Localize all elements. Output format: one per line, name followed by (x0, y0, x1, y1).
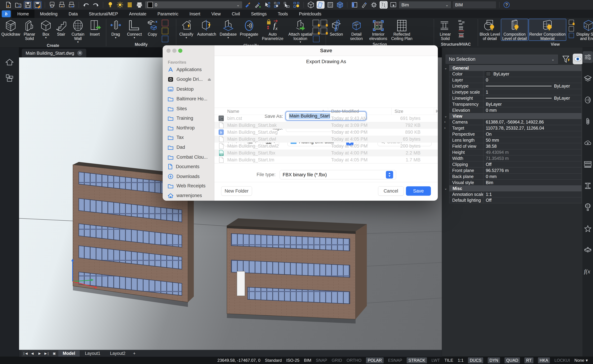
status-style[interactable]: Standard (265, 358, 282, 363)
toggle-ducs[interactable]: DUCS (468, 358, 483, 363)
tab-layout1[interactable]: Layout1 (80, 350, 105, 357)
swap-arrows-icon[interactable] (380, 1, 388, 9)
sidebar-item-downloads[interactable]: Downloads (168, 174, 211, 179)
status-dim-style[interactable]: ISO-25 (286, 358, 300, 363)
undo-icon[interactable] (82, 1, 90, 9)
section-view[interactable]: ⌄View (449, 113, 582, 119)
sidebar-item-baltimore[interactable]: Baltimore Ho... (168, 96, 211, 102)
save-button[interactable]: Save (406, 186, 431, 196)
match-properties-icon[interactable] (244, 1, 252, 9)
toggle-lwt[interactable]: LWT (431, 358, 440, 363)
tab-pointclouds[interactable]: Pointclouds (293, 10, 327, 18)
sidebar-item-dad[interactable]: Dad (168, 145, 211, 150)
file-row[interactable]: Main Building_Start.dwl Today at 4:05 PM… (214, 136, 438, 143)
propagate-panel-icon[interactable] (583, 94, 593, 106)
column-date-modified[interactable]: Date Modified (331, 109, 359, 114)
select-window-icon[interactable] (273, 1, 281, 9)
wireframe-cube-icon[interactable] (307, 1, 315, 9)
sort-ascending-icon[interactable]: ⌃ (322, 109, 325, 113)
next-layout-icon[interactable]: ▶ (36, 351, 43, 356)
document-tab[interactable]: Main Building_Start.dwg ✕ (22, 49, 86, 58)
sidebar-item-desktop[interactable]: Desktop (168, 86, 211, 92)
parameters-panel-icon[interactable]: f(x (583, 266, 593, 278)
compositions-panel-icon[interactable] (583, 158, 593, 170)
select-icon[interactable] (263, 1, 271, 9)
attachments-panel-icon[interactable] (583, 116, 593, 127)
status-workspace[interactable]: BIM (304, 358, 311, 363)
toggle-rt[interactable]: RT (524, 358, 533, 363)
ribbon-item-detail-section[interactable]: Detail section (346, 19, 367, 41)
ribbon-item-curtain-wall[interactable]: Curtain Wall ▾ (69, 19, 87, 43)
profiles-panel-icon[interactable] (583, 180, 593, 192)
shaded-cube-icon[interactable] (336, 1, 344, 9)
ribbon-item-automatch[interactable]: Automatch (195, 19, 218, 37)
select-crossing-icon[interactable] (283, 1, 291, 9)
render-panel-icon[interactable] (583, 201, 593, 213)
ribbon-item-insert[interactable]: Insert (87, 19, 102, 37)
hatched-cube-icon[interactable] (326, 1, 334, 9)
file-type-stepper[interactable] (386, 171, 393, 179)
ribbon-item-stair[interactable]: Stair (54, 19, 69, 37)
close-window-button[interactable] (167, 49, 171, 53)
select-lasso-icon[interactable] (292, 1, 300, 9)
zoom-window-button[interactable] (178, 49, 182, 53)
ribbon-item-attach-spatial-location[interactable]: Attach spatial location ▾ (286, 19, 315, 43)
sidebar-item-web-receipts[interactable]: Web Receipts (168, 183, 211, 188)
tab-data[interactable]: Data (63, 10, 83, 18)
minimize-window-button[interactable] (172, 49, 176, 53)
tab-modeling[interactable]: Modeling (34, 10, 63, 18)
cancel-button[interactable]: Cancel (378, 186, 404, 196)
expand-icon[interactable]: › (444, 120, 446, 124)
toggle-tile[interactable]: TILE (444, 358, 453, 363)
section-general[interactable]: ⌄General (449, 65, 582, 71)
tab-model[interactable]: Model (58, 350, 80, 357)
section-plane-icon[interactable] (317, 1, 325, 9)
expand-icon[interactable]: › (444, 126, 446, 130)
tab-civil[interactable]: Civil (226, 10, 245, 18)
modify-extra-tools[interactable] (160, 19, 170, 42)
monitor-cursor-icon[interactable] (389, 1, 397, 9)
structure-extra-tools[interactable] (456, 19, 467, 38)
pencil-icon[interactable] (360, 1, 368, 9)
settings-gear-icon[interactable] (370, 1, 378, 9)
tab-structural-mep[interactable]: Structural/MEP (83, 10, 123, 18)
toggle-snap[interactable]: SNAP (316, 358, 327, 363)
ribbon-item-copy[interactable]: Copy (145, 19, 160, 37)
last-layout-icon[interactable]: ▶❘ (44, 351, 50, 356)
sidebar-item-applications[interactable]: Applications (168, 67, 211, 72)
properties-panel-icon[interactable] (583, 51, 593, 63)
tab-parametric[interactable]: Parametric (152, 10, 184, 18)
filter-icon[interactable] (562, 55, 571, 63)
classify-extra-tools[interactable] (315, 19, 325, 42)
save-as-icon[interactable] (33, 1, 41, 9)
tab-insert[interactable]: Insert (184, 10, 206, 18)
file-type-dropdown[interactable]: FBX binary file (*.fbx) (280, 170, 396, 179)
toggle-grid[interactable]: GRID (332, 358, 342, 363)
home-icon[interactable] (6, 58, 13, 66)
tab-tools[interactable]: Tools (272, 10, 293, 18)
file-row[interactable]: CST bim.cst Today at 9:43 AM 691 bytes (214, 115, 438, 122)
tab-settings[interactable]: Settings (246, 10, 272, 18)
column-size[interactable]: Size (394, 109, 403, 114)
ribbon-item-section[interactable]: Section (327, 19, 346, 37)
panels-icon[interactable] (351, 1, 359, 9)
toggle-esnap[interactable]: ESNAP (388, 358, 402, 363)
open-drawing-icon[interactable] (14, 1, 22, 9)
visibility-eye-button[interactable] (573, 54, 583, 64)
close-icon[interactable]: ✕ (77, 51, 82, 56)
selection-mode-menu[interactable]: None▾ (574, 358, 588, 363)
structure-browser-icon[interactable] (6, 74, 13, 82)
sidebar-item-tax[interactable]: Tax (168, 135, 211, 140)
ribbon-item-planar-solid[interactable]: Planar Solid (21, 19, 38, 41)
section-misc[interactable]: ⌄Misc (449, 185, 582, 191)
ribbon-item-reflected-ceiling-plan[interactable]: Reflected Ceiling Plan (390, 19, 414, 41)
column-kind[interactable]: Kind (436, 109, 438, 114)
first-layout-icon[interactable]: ❘◀ (22, 351, 28, 356)
layer-dropdown[interactable]: 0 ⌄ (145, 1, 242, 8)
add-layout-button[interactable]: + (131, 350, 138, 357)
toggle-polar[interactable]: POLAR (366, 358, 383, 363)
tab-view[interactable]: View (206, 10, 226, 18)
toggle-ortho[interactable]: ORTHO (346, 358, 361, 363)
sidebar-item-combat-cloud[interactable]: Combat Clou... (168, 155, 211, 160)
sidebar-item-training[interactable]: Training (168, 116, 211, 121)
